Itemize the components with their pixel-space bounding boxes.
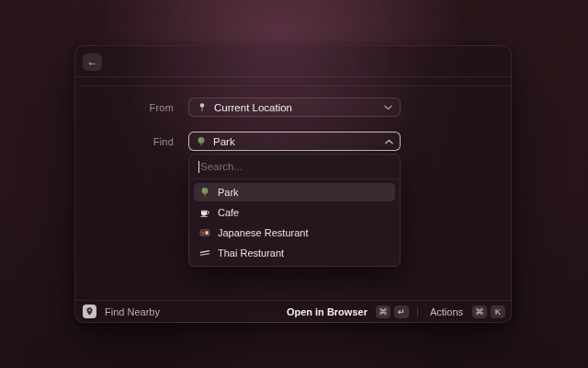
option-thai-restaurant[interactable]: Thai Resturant (194, 244, 395, 262)
action-bar: Find Nearby Open in Browser ⌘ ↵ Actions … (75, 300, 511, 322)
find-dropdown: Search... Park Cafe (188, 154, 401, 267)
return-key-badge: ↵ (394, 305, 409, 318)
open-in-browser-action[interactable]: Open in Browser (287, 306, 368, 317)
option-park[interactable]: Park (194, 183, 395, 201)
find-field-label: Find (75, 136, 174, 147)
find-nearby-app-icon (83, 305, 96, 318)
tree-icon (196, 136, 207, 147)
search-placeholder: Search... (200, 161, 243, 172)
actions-menu-button[interactable]: Actions (430, 306, 463, 317)
desktop-background: ← From Current Location Find Park (0, 0, 588, 368)
raycast-window: ← From Current Location Find Park (74, 45, 512, 323)
back-arrow-icon: ← (87, 55, 98, 68)
command-key-badge: ⌘ (376, 305, 390, 318)
find-select[interactable]: Park (188, 132, 401, 151)
coffee-icon (199, 207, 210, 218)
text-caret (198, 161, 199, 173)
dropdown-options: Park Cafe Japanese Resturant (189, 179, 400, 266)
header-divider (75, 76, 511, 77)
option-label: Thai Resturant (218, 247, 284, 259)
chopsticks-icon (199, 247, 210, 259)
chevron-down-icon (384, 105, 392, 110)
chevron-up-icon (385, 139, 393, 144)
toolbar-divider (75, 86, 511, 86)
tree-icon (199, 187, 210, 198)
option-cafe[interactable]: Cafe (194, 203, 395, 222)
app-name: Find Nearby (105, 306, 160, 317)
option-label: Cafe (218, 207, 239, 218)
option-label: Park (218, 187, 239, 198)
location-pin-icon (197, 102, 208, 113)
from-select-value: Current Location (214, 102, 378, 113)
find-select-value: Park (213, 136, 379, 147)
option-label: Japanese Resturant (218, 227, 308, 238)
dropdown-search-input[interactable]: Search... (189, 155, 400, 178)
bento-icon (199, 227, 210, 238)
footer-vertical-divider (417, 307, 418, 316)
back-button[interactable]: ← (83, 53, 102, 71)
k-key-badge: K (491, 305, 505, 318)
command-key-badge: ⌘ (472, 305, 487, 318)
from-select[interactable]: Current Location (188, 98, 401, 117)
option-japanese-restaurant[interactable]: Japanese Resturant (194, 224, 395, 242)
from-field-label: From (75, 102, 174, 113)
